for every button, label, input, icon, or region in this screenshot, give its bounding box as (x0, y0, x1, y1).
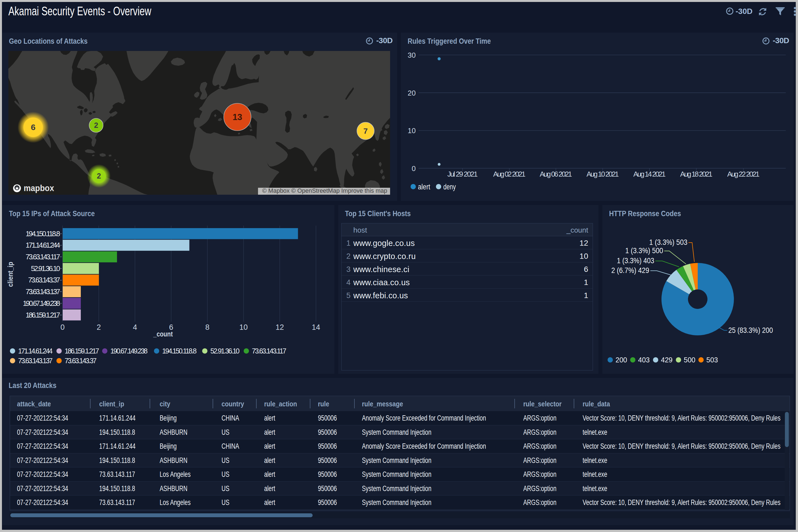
svg-text:73.63.143.137: 73.63.143.137 (18, 357, 53, 365)
svg-text:503: 503 (706, 356, 718, 364)
svg-text:171.14.61.244: 171.14.61.244 (18, 347, 53, 355)
svg-text:7: 7 (363, 127, 368, 135)
svg-text:8: 8 (205, 323, 209, 331)
svg-text:52.91.36.10: 52.91.36.10 (31, 264, 60, 273)
svg-text:73.63.143.117: 73.63.143.117 (252, 347, 286, 355)
svg-text:171.14.61.244: 171.14.61.244 (26, 241, 60, 249)
svg-text:52.91.36.10: 52.91.36.10 (210, 347, 240, 355)
svg-text:2: 2 (97, 172, 101, 180)
svg-text:_count: _count (153, 330, 173, 338)
svg-text:13: 13 (233, 112, 242, 122)
svg-text:500: 500 (684, 356, 695, 364)
svg-text:0: 0 (60, 323, 64, 331)
svg-text:25 (83.3%) 200: 25 (83.3%) 200 (728, 326, 773, 335)
svg-text:alert: alert (418, 183, 430, 191)
svg-text:6: 6 (31, 122, 36, 132)
svg-text:73.63.143.37: 73.63.143.37 (64, 357, 97, 365)
svg-text:190.67.149.238: 190.67.149.238 (23, 299, 60, 307)
svg-text:deny: deny (443, 183, 456, 191)
svg-text:20: 20 (408, 89, 416, 97)
svg-text:73.63.143.137: 73.63.143.137 (26, 287, 60, 296)
svg-text:73.63.143.37: 73.63.143.37 (28, 276, 60, 284)
svg-text:194.150.118.8: 194.150.118.8 (162, 347, 197, 355)
svg-text:30: 30 (408, 51, 416, 59)
svg-text:2: 2 (94, 121, 98, 130)
svg-text:186.159.1.217: 186.159.1.217 (64, 347, 99, 355)
svg-text:Aug 18 2021: Aug 18 2021 (680, 170, 712, 178)
svg-text:Aug 02 2021: Aug 02 2021 (493, 170, 525, 178)
svg-text:2: 2 (97, 323, 101, 331)
svg-text:0: 0 (412, 164, 416, 173)
svg-text:10: 10 (408, 127, 416, 135)
svg-text:186.159.1.217: 186.159.1.217 (26, 311, 60, 319)
svg-text:Jul 29 2021: Jul 29 2021 (447, 170, 478, 178)
svg-text:73.63.143.117: 73.63.143.117 (26, 253, 60, 261)
svg-text:403: 403 (638, 356, 650, 364)
svg-text:190.67.149.238: 190.67.149.238 (110, 347, 148, 355)
svg-text:10: 10 (239, 323, 248, 331)
svg-text:-30D: -30D (736, 7, 753, 16)
svg-text:200: 200 (615, 356, 627, 364)
svg-text:194.150.118.8: 194.150.118.8 (26, 229, 60, 238)
svg-text:14: 14 (312, 323, 320, 331)
svg-text:429: 429 (661, 356, 673, 364)
svg-text:Aug 10 2021: Aug 10 2021 (587, 170, 619, 178)
svg-text:1 (3.3%) 403: 1 (3.3%) 403 (617, 256, 654, 265)
svg-text:Aug 22 2021: Aug 22 2021 (727, 170, 760, 178)
svg-text:4: 4 (133, 323, 137, 331)
svg-text:Aug 14 2021: Aug 14 2021 (633, 170, 666, 178)
svg-text:client_ip: client_ip (6, 262, 15, 287)
svg-text:© Mapbox © OpenStreetMap Impro: © Mapbox © OpenStreetMap Improve this ma… (262, 187, 387, 194)
svg-text:1 (3.3%) 500: 1 (3.3%) 500 (625, 246, 663, 255)
svg-text:1 (3.3%) 503: 1 (3.3%) 503 (649, 238, 687, 247)
svg-text:12: 12 (276, 323, 284, 331)
svg-text:mapbox: mapbox (24, 183, 54, 193)
svg-text:2 (6.7%) 429: 2 (6.7%) 429 (611, 266, 649, 274)
svg-text:Aug 06 2021: Aug 06 2021 (540, 170, 572, 178)
